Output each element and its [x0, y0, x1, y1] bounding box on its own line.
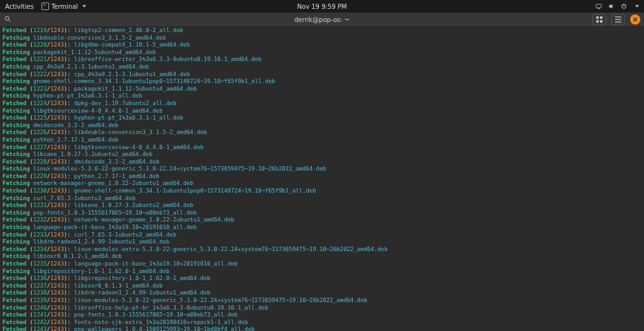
fetched-line: Fetched (1236/1243): libgirepository-1.0… [3, 275, 641, 283]
fetched-line: Fetched (1233/1243): curl_7.65.3-1ubuntu… [3, 232, 641, 239]
svg-rect-0 [596, 4, 601, 8]
active-app-label: Terminal [52, 3, 78, 10]
fetching-line: Fetching cpp_4%3a9.2.1-3.1ubuntu1_amd64.… [3, 64, 641, 71]
fetched-line: Fetched (1221/1243): libreoffice-writer_… [3, 56, 641, 64]
fetching-line: Fetching libsoxr0_0.1.2-1_amd64.deb [3, 253, 641, 261]
activities-button[interactable]: Activities [5, 3, 34, 10]
svg-rect-6 [596, 16, 599, 19]
fetching-line: Fetching network-manager-gnome_1.8.22-2u… [3, 180, 641, 188]
fetching-line: Fetching pop-fonts_1.0.3-1555617065~19.1… [3, 210, 641, 217]
fetched-line: Fetched (1227/1243): libgtksourceview-4-… [3, 144, 641, 152]
fetched-line: Fetched (1243/1243): pop-wallpapers_1.0.… [3, 326, 641, 331]
new-tab-button[interactable] [592, 14, 606, 25]
fetched-line: Fetched (1225/1243): hyphen-pt-pt_1%3a6.… [3, 115, 641, 122]
fetched-line: Fetched (1231/1243): libsane_1.0.27-3.2u… [3, 202, 641, 210]
window-title: derrik@pop-os: ~ [294, 16, 350, 23]
system-status-area[interactable] [596, 3, 639, 9]
fetched-line: Fetched (1240/1243): libreoffice-help-pt… [3, 305, 641, 312]
fetching-line: Fetching libgirepository-1.0-1_1.62.0-1_… [3, 268, 641, 276]
svg-rect-8 [596, 20, 599, 23]
terminal-icon [42, 3, 49, 10]
fetched-line: Fetched (1228/1243): dmidecode_3.2-2_amd… [3, 159, 641, 166]
gnome-top-bar: Activities Terminal Nov 19 9:59 PM [0, 0, 644, 13]
fetched-line: Fetched (1229/1243): python_2.7.17-1_amd… [3, 173, 641, 181]
clock[interactable]: Nov 19 9:59 PM [297, 3, 347, 10]
fetching-line: Fetching hyphen-pt-pt_1%3a6.3.1-1_all.de… [3, 93, 641, 100]
fetching-line: Fetching libgtksourceview-4-0_4.4.0-1_am… [3, 108, 641, 115]
fetched-line: Fetched (1223/1243): packagekit_1.1.12-5… [3, 86, 641, 93]
svg-rect-9 [600, 20, 602, 23]
fetched-line: Fetched (1226/1243): libdouble-conversio… [3, 129, 641, 137]
fetched-line: Fetched (1220/1243): libgdbm-compat4_1.1… [3, 42, 641, 49]
chevron-down-icon [635, 5, 639, 8]
fetched-line: Fetched (1234/1243): linux-modules-extra… [3, 246, 641, 254]
close-icon [633, 17, 638, 22]
svg-rect-1 [597, 8, 599, 9]
hamburger-menu-button[interactable] [611, 14, 625, 25]
fetching-line: Fetching dmidecode_3.2-2_amd64.deb [3, 122, 641, 130]
fetched-line: Fetched (1241/1243): pop-fonts_1.0.3-155… [3, 311, 641, 319]
fetching-line: Fetching libsane_1.0.27-3.2ubuntu2_amd64… [3, 151, 641, 159]
chevron-down-icon [82, 5, 86, 8]
fetching-line: Fetching language-pack-it-base_1%3a19.10… [3, 224, 641, 232]
terminal-output[interactable]: Fetched (1219/1243): libgtop2-common_2.4… [0, 27, 644, 331]
fetched-line: Fetched (1224/1243): dpkg-dev_1.19.7ubun… [3, 100, 641, 108]
search-button[interactable] [4, 15, 11, 24]
power-icon [621, 3, 627, 9]
fetched-line: Fetched (1222/1243): cpp_4%3a9.2.1-3.1ub… [3, 71, 641, 79]
fetching-line: Fetching packagekit_1.1.12-5ubuntu4_amd6… [3, 49, 641, 57]
terminal-titlebar: derrik@pop-os: ~ [0, 13, 644, 27]
fetched-line: Fetched (1235/1243): language-pack-it-ba… [3, 261, 641, 268]
fetching-line: Fetching libdouble-conversion3_3.1.5-2_a… [3, 35, 641, 42]
fetching-line: Fetching linux-modules-5.3.0-22-generic_… [3, 166, 641, 173]
fetched-line: Fetched (1239/1243): linux-modules-5.3.0… [3, 297, 641, 305]
active-app-indicator[interactable]: Terminal [42, 3, 86, 10]
fetched-line: Fetched (1242/1243): fonts-noto-cjk-extr… [3, 319, 641, 327]
fetched-line: Fetched (1238/1243): libdrm-radeon1_2.4.… [3, 289, 641, 297]
fetched-line: Fetched (1237/1243): libsoxr0_0.1.3-1_am… [3, 283, 641, 290]
volume-icon [608, 3, 614, 9]
svg-rect-7 [600, 16, 602, 19]
fetching-line: Fetching libdrm-radeon1_2.4.99-1ubuntu1_… [3, 238, 641, 246]
svg-point-4 [5, 16, 9, 20]
fetching-line: Fetching python_2.7.17-1_amd64.deb [3, 137, 641, 144]
fetching-line: Fetching gnome-shell-common_3.34.1-1ubun… [3, 78, 641, 86]
fetched-line: Fetched (1230/1243): gnome-shell-common_… [3, 188, 641, 195]
svg-line-5 [9, 20, 11, 22]
screen-icon [596, 3, 602, 9]
close-button[interactable] [630, 14, 640, 25]
fetched-line: Fetched (1232/1243): network-manager-gno… [3, 216, 641, 224]
fetched-line: Fetched (1219/1243): libgtop2-common_2.4… [3, 27, 641, 35]
fetching-line: Fetching curl_7.65.3-1ubuntu3_amd64.deb [3, 195, 641, 203]
